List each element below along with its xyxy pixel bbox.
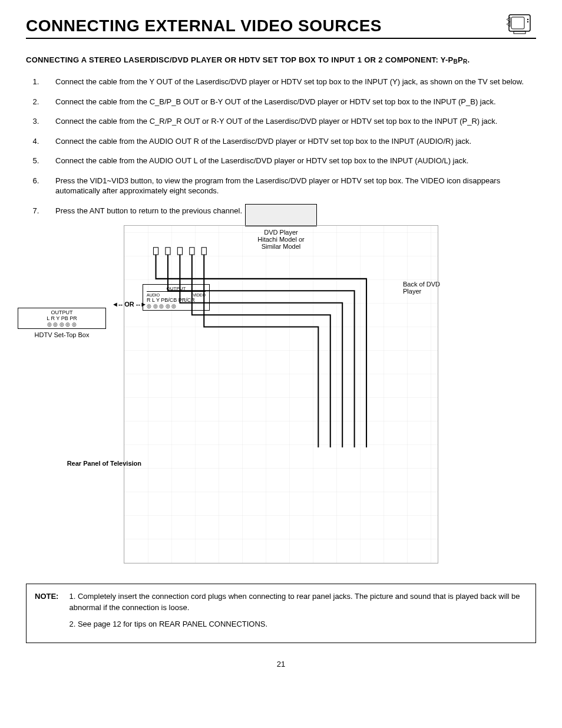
connection-diagram: DVD Player Hitachi Model or Similar Mode… [26,225,536,564]
step-4: Connect the cable from the AUDIO OUT R o… [41,136,536,147]
page-title: CONNECTING EXTERNAL VIDEO SOURCES [26,17,382,35]
step-5: Connect the cable from the AUDIO OUT L o… [41,156,536,166]
hdtv-settop-label: HDTV Set-Top Box [18,331,106,338]
svg-rect-6 [166,248,170,255]
svg-rect-7 [177,248,182,255]
subhead-text: CONNECTING A STEREO LASERDISC/DVD PLAYER… [26,55,454,64]
note-box: NOTE: 1. Completely insert the connectio… [26,584,536,643]
section-subheading: CONNECTING A STEREO LASERDISC/DVD PLAYER… [26,55,536,65]
header-rule [26,38,536,39]
svg-rect-9 [201,248,206,255]
step-1: Connect the cable from the Y OUT of the … [41,77,536,87]
subhead-sub2: R [463,58,468,65]
hdtv-settop-panel: OUTPUT L R Y PB PR ◎ ◎ ◎ ◎ ◎ HDTV Set-To… [18,308,106,338]
svg-rect-8 [190,248,194,255]
page-number: 21 [26,660,536,668]
svg-point-3 [527,21,528,22]
note-item-2: 2. See page 12 for tips on REAR PANEL CO… [69,619,527,630]
note-item-1: 1. Completely insert the connection cord… [69,591,527,612]
cable-routing-illustration [124,225,438,564]
note-label: NOTE: [35,591,58,635]
tv-icon [505,12,536,38]
svg-point-2 [527,18,528,19]
subhead-sub1: B [454,58,458,65]
hdtv-output-labels: L R Y PB PR [22,315,102,321]
step-6: Press the VID1~VID3 button, to view the … [41,176,536,196]
steps-list: Connect the cable from the Y OUT of the … [41,77,536,216]
subhead-suffix: . [468,55,470,64]
step-3: Connect the cable from the C_R/P_R OUT o… [41,116,536,127]
svg-rect-1 [511,17,524,29]
svg-rect-5 [153,248,158,255]
subhead-mid: P [458,55,463,64]
rear-panel-label: Rear Panel of Television [53,460,141,467]
step-2: Connect the cable from the C_B/P_B OUT o… [41,97,536,107]
hdtv-output-header: OUTPUT [22,309,102,315]
